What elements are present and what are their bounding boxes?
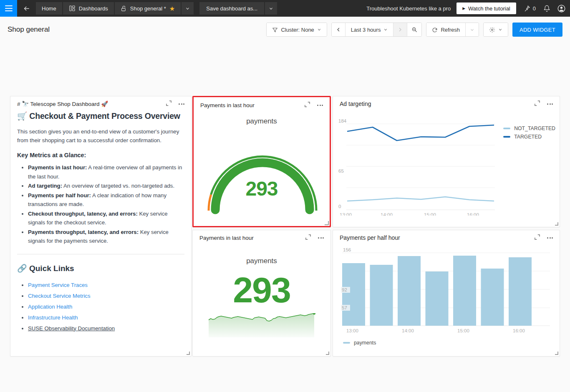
save-dashboard-as-button[interactable]: Save dashboard as... <box>199 2 264 15</box>
legend-swatch <box>503 136 510 138</box>
gauge-widget: Payments in last hour payments 293 <box>192 96 331 227</box>
x-tick-label: 13:00 <box>340 212 352 216</box>
dashboard-subheader: Shop general Cluster: None <box>0 17 570 43</box>
bar <box>426 271 449 326</box>
expand-icon[interactable] <box>166 100 172 108</box>
widget-resize-handle[interactable] <box>325 221 329 225</box>
avatar[interactable] <box>557 4 566 13</box>
breadcrumb-item-dashboards[interactable]: Dashboards <box>63 2 114 15</box>
filter-icon <box>272 26 278 33</box>
quick-link[interactable]: Infrastructure Health <box>28 314 78 321</box>
topbar-right-actions: Troubleshoot Kubernetes like a pro ▶ Wat… <box>366 0 570 17</box>
widget-title: Payments in last hour <box>199 235 254 241</box>
bar-chart-widget: Payments per half hour <box>333 230 560 357</box>
save-dashboard-dropdown-toggle[interactable] <box>265 2 277 15</box>
dashboards-icon <box>69 5 76 12</box>
watch-tutorial-label: Watch the tutorial <box>468 5 510 12</box>
watch-tutorial-button[interactable]: ▶ Watch the tutorial <box>457 3 516 14</box>
list-item: SUSE Observability Documentation <box>28 324 184 333</box>
time-prev-button[interactable] <box>332 23 345 36</box>
bar-chart-body: 156 92 57 13:00 14:00 15:00 16:00 paymen… <box>333 245 560 346</box>
quick-link[interactable]: Checkout Service Metrics <box>28 293 91 299</box>
y-tick-label: 156 <box>343 247 351 252</box>
line-chart-widget: Ad targeting 184 65 <box>333 96 560 227</box>
number-unit-label: payments <box>193 257 330 265</box>
cluster-filter-group: Cluster: None <box>266 23 327 37</box>
quick-link[interactable]: Application Health <box>28 304 72 310</box>
widget-actions <box>534 100 554 108</box>
metric-term: Payments per half hour: <box>28 192 91 199</box>
widget-menu-icon[interactable] <box>546 235 554 241</box>
notifications-button[interactable] <box>543 5 550 12</box>
widget-resize-handle[interactable] <box>555 351 558 355</box>
menu-icon[interactable] <box>0 0 17 17</box>
legend-item[interactable]: TARGETED <box>503 134 555 140</box>
expand-icon[interactable] <box>534 234 540 242</box>
bar-chart-svg: 156 92 57 13:00 14:00 15:00 16:00 <box>337 245 554 335</box>
back-arrow-icon[interactable] <box>17 0 36 17</box>
markdown-metrics-list: Payments in last hour: A real-time overv… <box>17 163 184 246</box>
chevron-down-icon <box>470 27 474 32</box>
legend-item[interactable]: NOT_TARGETED <box>503 126 555 131</box>
widget-actions <box>166 100 185 108</box>
page-title: Shop general <box>8 25 50 34</box>
refresh-button[interactable]: Refresh <box>426 23 465 36</box>
widget-menu-icon[interactable] <box>316 102 324 108</box>
list-item: Application Health <box>28 302 184 312</box>
widget-menu-icon[interactable] <box>317 235 325 241</box>
metric-term: Payments in last hour: <box>28 164 87 171</box>
list-item: Checkout Service Metrics <box>28 291 184 301</box>
sparkline-svg <box>208 313 315 340</box>
refresh-label: Refresh <box>441 27 460 33</box>
pinned-items-button[interactable]: 0 <box>524 5 536 12</box>
quick-link[interactable]: SUSE Observability Documentation <box>28 325 115 332</box>
list-item: Payments in last hour: A real-time overv… <box>28 163 184 181</box>
legend-label: NOT_TARGETED <box>514 126 555 131</box>
legend-swatch <box>503 128 510 129</box>
time-range-button[interactable]: Last 3 hours <box>346 23 393 36</box>
markdown-links-heading: 🔗 Quick Links <box>17 264 184 273</box>
zoom-out-icon[interactable] <box>407 23 421 36</box>
widget-title: Ad targeting <box>340 101 371 107</box>
breadcrumb: Home Dashboards Shop gener <box>36 0 277 17</box>
x-tick-label: 15:00 <box>457 328 469 333</box>
metric-desc: An overview of targeted vs. non-targeted… <box>62 183 174 189</box>
breadcrumb-dashboard-label: Shop general * <box>130 5 166 12</box>
expand-icon[interactable] <box>534 100 540 108</box>
bar <box>481 269 504 326</box>
breadcrumb-item-home[interactable]: Home <box>36 2 62 15</box>
favorite-star-icon[interactable]: ★ <box>169 5 175 12</box>
dashboard-settings-button[interactable] <box>484 23 508 36</box>
chevron-down-icon <box>317 28 321 32</box>
list-item: Payments throughput, latency, and errors… <box>28 228 184 246</box>
play-icon: ▶ <box>462 6 465 10</box>
widget-menu-icon[interactable] <box>178 101 185 107</box>
chart-legend: payments <box>337 337 555 346</box>
widget-resize-handle[interactable] <box>186 351 190 355</box>
expand-icon[interactable] <box>305 234 311 242</box>
metric-term: Checkout throughput, latency, and errors… <box>28 211 138 217</box>
quick-link[interactable]: Payment Service Traces <box>28 282 88 288</box>
widget-resize-handle[interactable] <box>325 351 329 355</box>
refresh-interval-dropdown[interactable] <box>466 23 479 36</box>
legend-label: payments <box>354 340 376 346</box>
pin-count: 0 <box>533 5 536 12</box>
expand-icon[interactable] <box>304 101 310 109</box>
widget-menu-icon[interactable] <box>546 101 554 107</box>
widget-header: Payments in last hour <box>193 230 330 245</box>
cluster-filter-button[interactable]: Cluster: None <box>267 23 326 36</box>
x-tick-label: 15:00 <box>424 212 436 216</box>
x-tick-label: 14:00 <box>402 328 414 333</box>
breadcrumb-item-dashboard-group: Shop general * ★ <box>115 0 194 17</box>
add-widget-button[interactable]: ADD WIDGET <box>512 23 562 37</box>
series-not-targeted <box>347 197 494 201</box>
breadcrumb-dropdown-toggle[interactable] <box>182 2 194 15</box>
breadcrumb-item-shop-general[interactable]: Shop general * ★ <box>115 2 181 15</box>
time-range-label: Last 3 hours <box>351 27 381 33</box>
widget-resize-handle[interactable] <box>555 222 558 226</box>
legend-item[interactable]: payments <box>343 340 376 346</box>
gauge-svg <box>194 127 331 219</box>
y-tick-label: 0 <box>338 204 341 209</box>
tutorial-promo-text: Troubleshoot Kubernetes like a pro <box>366 5 451 12</box>
y-tick-label: 184 <box>338 118 347 123</box>
